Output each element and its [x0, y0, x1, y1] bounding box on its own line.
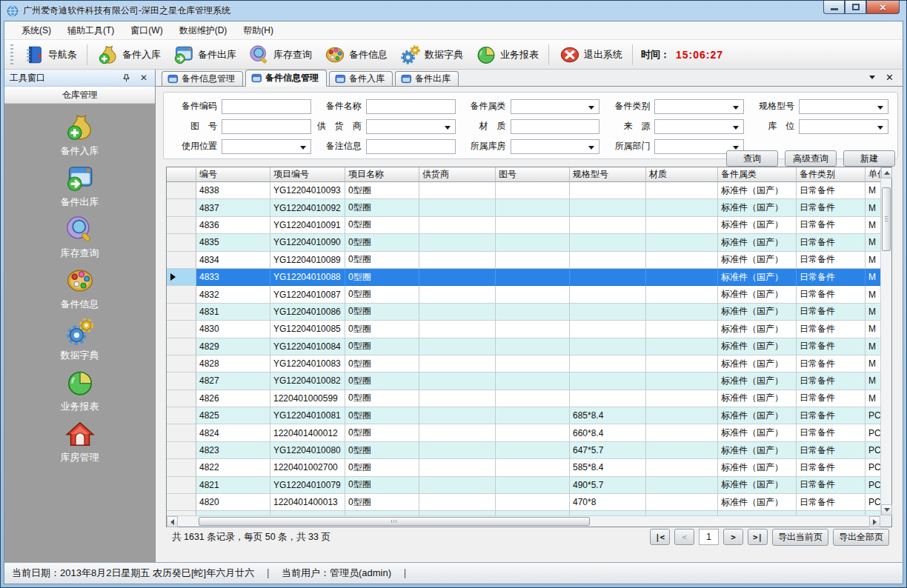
table-row[interactable]: 4834YG122040100890型圈标准件（国产）日常备件M — [167, 252, 880, 269]
tab-close-icon[interactable]: ✕ — [886, 73, 894, 82]
table-row[interactable]: 4827YG122040100820型圈标准件（国产）日常备件M — [167, 372, 880, 390]
vertical-scrollbar[interactable] — [880, 167, 891, 515]
vertical-scroll-track[interactable] — [881, 178, 891, 504]
export-all-pages-button[interactable]: 导出全部页 — [833, 529, 889, 546]
first-page-button[interactable]: |< — [650, 529, 670, 545]
toolbar-button-stock-query[interactable]: 库存查询 — [242, 42, 318, 67]
toolbar-button-navbar[interactable]: 导航条 — [17, 42, 83, 67]
menu-item-4[interactable]: 帮助(H) — [235, 21, 282, 40]
search-select[interactable] — [799, 99, 888, 114]
tab-0[interactable]: 备件信息管理 — [162, 71, 243, 86]
table-row[interactable]: 4833YG122040100880型圈标准件（国产）日常备件M — [167, 269, 880, 286]
tab-label: 备件信息管理 — [182, 73, 235, 85]
sidebar-item-data-dict[interactable]: 数据字典 — [32, 316, 128, 365]
export-current-page-button[interactable]: 导出当前页 — [772, 529, 828, 546]
table-row[interactable]: 482012204014000130型圈470*8标准件（国产）日常备件PC — [167, 494, 880, 511]
column-header[interactable]: 供货商 — [419, 167, 496, 182]
search-input[interactable] — [511, 119, 600, 134]
menu-item-2[interactable]: 窗口(W) — [122, 21, 170, 40]
column-header[interactable]: 项目编号 — [270, 167, 345, 182]
search-select[interactable] — [654, 119, 744, 134]
search-input[interactable] — [222, 99, 311, 114]
search-select[interactable] — [511, 139, 600, 154]
table-row[interactable]: 4829YG122040100840型圈标准件（国产）日常备件M — [167, 338, 880, 355]
query-button[interactable]: 查询 — [726, 150, 778, 167]
maximize-button[interactable] — [845, 0, 866, 14]
pin-icon[interactable] — [120, 72, 132, 84]
sidebar-item-warehouse[interactable]: 库房管理 — [32, 418, 128, 467]
sidebar-item-parts-info[interactable]: 备件信息 — [32, 265, 128, 314]
search-select[interactable] — [654, 99, 744, 114]
sidebar-item-parts-in[interactable]: 备件入库 — [32, 112, 128, 161]
tab-2[interactable]: 备件入库 — [329, 71, 393, 86]
column-header[interactable]: 项目名称 — [345, 167, 419, 182]
horizontal-scrollbar[interactable] — [167, 515, 880, 527]
column-header[interactable]: 材质 — [646, 167, 718, 182]
scroll-up-arrow[interactable] — [881, 167, 892, 178]
toolbar-button-report[interactable]: 业务报表 — [469, 42, 545, 67]
table-cell — [646, 338, 718, 355]
search-input[interactable] — [366, 99, 456, 114]
table-row[interactable]: 4831YG122040100860型圈标准件（国产）日常备件M — [167, 304, 880, 321]
table-row[interactable]: 482212204010027000型圈585*8.4标准件（国产）日常备件PC — [167, 459, 880, 476]
search-select[interactable] — [366, 119, 456, 134]
table-row[interactable]: 4835YG122040100900型圈标准件（国产）日常备件M — [167, 234, 880, 251]
vertical-scroll-thumb[interactable] — [882, 187, 891, 251]
search-select[interactable] — [799, 119, 888, 134]
sidebar-item-stock-query[interactable]: 库存查询 — [32, 214, 128, 263]
search-select[interactable] — [511, 99, 600, 114]
toolbar-button-exit[interactable]: 退出系统 — [553, 42, 628, 67]
table-row[interactable]: 482612204010005990型圈标准件（国产）日常备件M — [167, 390, 880, 407]
table-cell — [646, 304, 718, 321]
table-row[interactable]: 4821YG122040100790型圈490*5.7标准件（国产）日常备件PC — [167, 477, 880, 494]
sidebar-item-parts-out[interactable]: 备件出库 — [32, 163, 128, 212]
toolbar-button-data-dict[interactable]: 数据字典 — [393, 42, 469, 67]
tab-3[interactable]: 备件出库 — [395, 71, 459, 86]
table-cell — [496, 286, 570, 303]
column-header[interactable]: 编号 — [196, 167, 270, 182]
table-row[interactable]: 4825YG122040100810型圈685*8.4标准件（国产）日常备件PC — [167, 407, 880, 424]
table-row[interactable]: 4832YG122040100870型圈标准件（国产）日常备件M — [167, 286, 880, 303]
close-button[interactable]: × — [866, 0, 900, 14]
search-buttons: 查询 高级查询 新建 — [726, 150, 895, 167]
new-button[interactable]: 新建 — [843, 150, 895, 167]
search-field: 使用位置 — [173, 139, 311, 154]
menu-item-0[interactable]: 系统(S) — [13, 21, 59, 40]
search-field-label: 库 位 — [750, 120, 794, 133]
column-header[interactable]: 单位 — [866, 167, 880, 182]
panel-close-icon[interactable]: ✕ — [138, 72, 150, 84]
table-row[interactable]: 4828YG122040100830型圈标准件（国产）日常备件M — [167, 355, 880, 372]
advanced-query-button[interactable]: 高级查询 — [785, 150, 837, 167]
column-header[interactable]: 图号 — [496, 167, 570, 182]
horizontal-scroll-track[interactable] — [178, 516, 869, 527]
table-row[interactable]: 4836YG122040100910型圈标准件（国产）日常备件M — [167, 217, 880, 234]
table-row[interactable]: 4838YG122040100930型圈标准件（国产）日常备件M — [167, 182, 880, 199]
minimize-button[interactable] — [823, 0, 845, 14]
horizontal-scroll-thumb[interactable] — [199, 517, 590, 526]
sidebar-item-report[interactable]: 业务报表 — [32, 367, 128, 416]
table-row[interactable]: 4837YG122040100920型圈标准件（国产）日常备件M — [167, 199, 880, 216]
column-header[interactable]: 规格型号 — [570, 167, 646, 182]
toolbar-button-parts-info[interactable]: 备件信息 — [318, 42, 393, 67]
next-page-button[interactable]: > — [723, 529, 743, 545]
search-select[interactable] — [222, 139, 311, 154]
menu-item-1[interactable]: 辅助工具(T) — [59, 21, 122, 40]
tab-list-chevron-icon[interactable] — [869, 76, 875, 82]
last-page-button[interactable]: >| — [748, 529, 768, 545]
prev-page-button[interactable]: < — [674, 529, 694, 545]
column-header[interactable]: 备件类别 — [797, 167, 866, 182]
page-number-box[interactable]: 1 — [699, 529, 719, 545]
scroll-down-arrow[interactable] — [881, 504, 892, 515]
up-arrow-icon — [884, 168, 890, 175]
toolbar-button-parts-out[interactable]: 备件出库 — [167, 42, 242, 67]
table-row[interactable]: 482412204014000120型圈660*8.4标准件（国产）日常备件PC — [167, 424, 880, 441]
toolbar-grip[interactable] — [10, 44, 13, 65]
tab-1[interactable]: 备件信息管理 — [245, 70, 327, 87]
table-row[interactable]: 4830YG122040100850型圈标准件（国产）日常备件M — [167, 321, 880, 338]
search-input[interactable] — [366, 139, 456, 154]
column-header[interactable]: 备件属类 — [718, 167, 797, 182]
table-row[interactable]: 4823YG122040100800型圈647*5.7标准件（国产）日常备件PC — [167, 442, 880, 459]
toolbar-button-parts-in[interactable]: 备件入库 — [91, 42, 167, 67]
menu-item-3[interactable]: 数据维护(D) — [171, 21, 236, 40]
search-input[interactable] — [222, 119, 311, 134]
